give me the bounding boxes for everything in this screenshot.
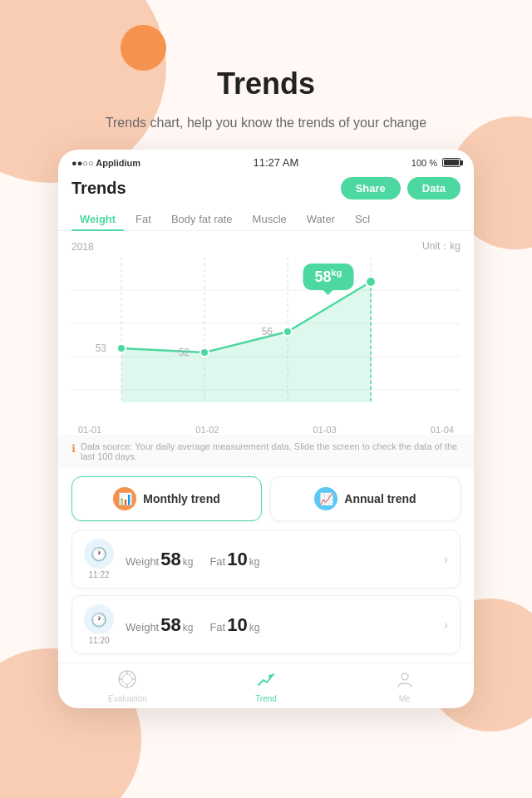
row-values-2: Weight 58 kg Fat 10 kg xyxy=(126,614,444,636)
trend-button-group: 📊 Monthly trend 📈 Annual trend xyxy=(58,468,474,530)
x-label-4: 01-04 xyxy=(431,425,454,435)
weight-label-2: Weight xyxy=(126,621,159,633)
fat-label-2: Fat xyxy=(209,621,225,633)
nav-item-evaluation[interactable]: Evaluation xyxy=(58,670,197,703)
table-row[interactable]: 🕐 11:20 Weight 58 kg Fat 10 kg › xyxy=(71,595,461,654)
weight-label-1: Weight xyxy=(126,555,159,568)
svg-point-10 xyxy=(283,328,292,336)
row-arrow-1: › xyxy=(444,552,448,567)
svg-point-8 xyxy=(117,344,126,352)
me-icon xyxy=(396,670,414,692)
weight-unit-2: kg xyxy=(183,622,194,633)
chart-unit: Unit：kg xyxy=(422,239,461,254)
action-buttons: Share Data xyxy=(341,177,461,200)
tooltip-unit: kg xyxy=(331,268,342,278)
weight-value-1: 58 xyxy=(160,549,180,570)
monthly-trend-button[interactable]: 📊 Monthly trend xyxy=(71,476,262,521)
info-text: Data source: Your daily average measurem… xyxy=(81,441,461,461)
fat-unit-2: kg xyxy=(249,622,260,633)
carrier-info: ●●○○ Applidium xyxy=(71,158,140,168)
bottom-navigation: Evaluation Trend Me xyxy=(58,663,474,708)
trend-label: Trend xyxy=(255,694,277,703)
row-time-2: 11:20 xyxy=(84,636,114,645)
chart-wrapper: 58kg xyxy=(71,257,461,423)
battery-percent: 100 % xyxy=(411,158,437,168)
tooltip-arrow xyxy=(323,290,333,295)
status-bar: ●●○○ Applidium 11:27 AM 100 % xyxy=(58,150,474,172)
tab-muscle[interactable]: Muscle xyxy=(244,208,295,230)
annual-trend-icon: 📈 xyxy=(314,487,337,510)
battery-fill xyxy=(444,160,459,165)
annual-trend-label: Annual trend xyxy=(344,492,416,505)
battery-tip xyxy=(461,160,463,165)
tab-bar: Weight Fat Body fat rate Muscle Water Sc… xyxy=(58,208,474,231)
weight-group-1: Weight 58 kg xyxy=(126,549,193,570)
fat-group-1: Fat 10 kg xyxy=(209,549,259,570)
annual-trend-button[interactable]: 📈 Annual trend xyxy=(270,476,461,521)
svg-point-23 xyxy=(401,673,408,680)
svg-text:52: 52 xyxy=(179,347,190,358)
fat-unit-1: kg xyxy=(249,556,260,568)
header: Trends Trends chart, help you know the t… xyxy=(0,0,532,150)
tooltip-value: 58 xyxy=(314,268,331,285)
tab-body-fat-rate[interactable]: Body fat rate xyxy=(163,208,241,230)
row-arrow-2: › xyxy=(444,618,448,633)
chart-svg: 53 52 56 xyxy=(71,257,461,406)
fat-value-2: 10 xyxy=(227,614,247,636)
chart-tooltip: 58kg xyxy=(303,264,353,290)
clock-icon-1: 🕐 xyxy=(84,539,114,569)
battery-icon xyxy=(442,158,461,167)
monthly-trend-icon: 📊 xyxy=(113,487,136,510)
svg-point-17 xyxy=(122,674,132,684)
battery-area: 100 % xyxy=(411,158,461,168)
trend-icon xyxy=(257,670,275,692)
page-title: Trends xyxy=(0,66,532,101)
clock-icon-2: 🕐 xyxy=(84,604,114,634)
row-time-block: 🕐 11:22 xyxy=(84,539,114,579)
tab-water[interactable]: Water xyxy=(298,208,343,230)
page-subtitle: Trends chart, help you know the trends o… xyxy=(0,113,532,133)
evaluation-label: Evaluation xyxy=(108,694,147,703)
monthly-trend-label: Monthly trend xyxy=(143,492,220,505)
info-note: ℹ Data source: Your daily average measur… xyxy=(58,435,474,468)
evaluation-icon xyxy=(118,670,136,692)
app-title: Trends xyxy=(71,179,126,198)
chart-header: 2018 Unit：kg xyxy=(71,239,461,254)
clock: 11:27 AM xyxy=(253,156,298,169)
top-bar: Trends Share Data xyxy=(58,172,474,208)
weight-group-2: Weight 58 kg xyxy=(126,614,193,636)
fat-label-1: Fat xyxy=(209,555,225,568)
data-row-list: 🕐 11:22 Weight 58 kg Fat 10 kg › 🕐 xyxy=(58,530,474,663)
me-label: Me xyxy=(399,694,411,703)
tab-fat[interactable]: Fat xyxy=(127,208,160,230)
svg-point-9 xyxy=(200,348,209,357)
data-button[interactable]: Data xyxy=(407,177,461,200)
weight-value-2: 58 xyxy=(160,614,180,636)
chart-year: 2018 xyxy=(71,241,94,253)
tab-weight[interactable]: Weight xyxy=(71,208,124,230)
phone-mockup: ●●○○ Applidium 11:27 AM 100 % Trends Sha… xyxy=(58,150,474,708)
info-icon: ℹ xyxy=(71,442,76,455)
table-row[interactable]: 🕐 11:22 Weight 58 kg Fat 10 kg › xyxy=(71,530,461,589)
nav-item-me[interactable]: Me xyxy=(335,670,474,703)
fat-group-2: Fat 10 kg xyxy=(209,614,259,636)
fat-value-1: 10 xyxy=(227,549,247,570)
row-time-1: 11:22 xyxy=(84,570,114,579)
x-label-3: 01-03 xyxy=(313,425,337,435)
svg-text:53: 53 xyxy=(96,342,107,354)
tab-scl[interactable]: Scl xyxy=(347,208,378,230)
chart-area: 2018 Unit：kg 58kg xyxy=(58,231,474,435)
x-axis-labels: 01-01 01-02 01-03 01-04 xyxy=(71,423,461,435)
share-button[interactable]: Share xyxy=(341,177,401,200)
x-label-1: 01-01 xyxy=(78,425,101,435)
svg-text:56: 56 xyxy=(262,326,273,337)
weight-unit-1: kg xyxy=(183,556,194,568)
row-time-block-2: 🕐 11:20 xyxy=(84,604,114,645)
row-values-1: Weight 58 kg Fat 10 kg xyxy=(126,549,444,570)
nav-item-trend[interactable]: Trend xyxy=(197,670,336,703)
x-label-2: 01-02 xyxy=(195,425,219,435)
